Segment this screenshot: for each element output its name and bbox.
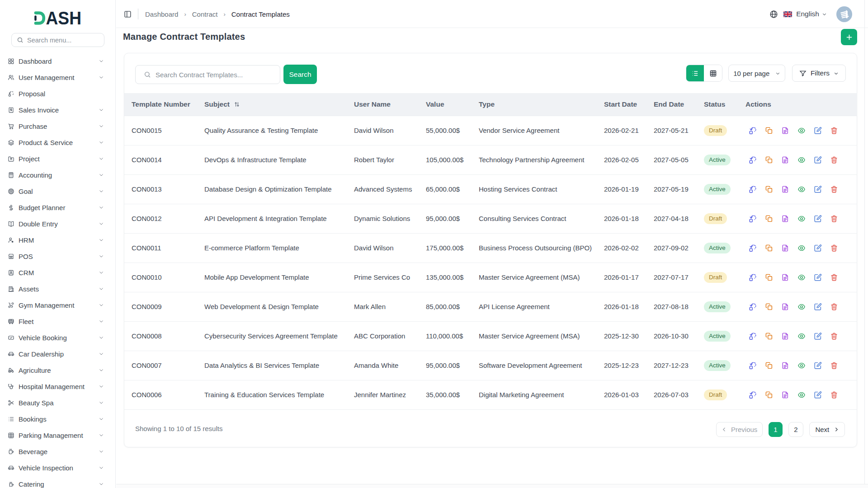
svg-text:ASH: ASH [46, 8, 82, 28]
